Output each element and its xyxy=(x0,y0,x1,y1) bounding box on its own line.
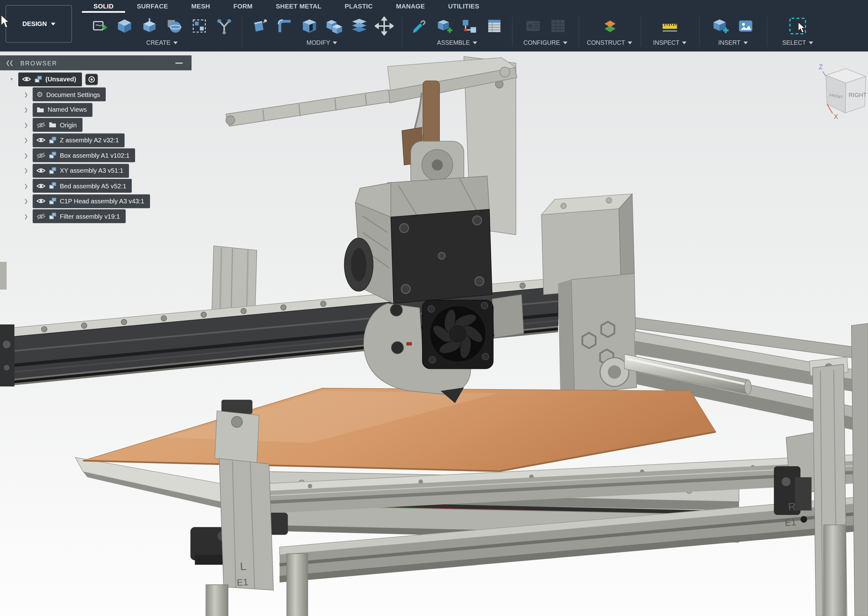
part-label-left-2: E1 xyxy=(237,577,248,588)
tab-mesh[interactable]: MESH xyxy=(179,0,222,13)
visibility-eye-icon[interactable] xyxy=(37,213,46,220)
move-icon[interactable] xyxy=(374,15,395,36)
browser-item-z-assembly[interactable]: ❯ Z assembly A2 v32:1 xyxy=(0,134,191,147)
press-pull-icon[interactable] xyxy=(249,15,270,36)
canvas-icon[interactable] xyxy=(735,15,756,36)
record-history-button[interactable] xyxy=(85,74,98,85)
sweep-icon[interactable] xyxy=(213,15,235,36)
browser-item-root[interactable]: ▾ (Unsaved) xyxy=(0,72,191,86)
group-modify: MODIFY xyxy=(242,13,402,52)
group-construct: CONSTRUCT xyxy=(578,13,640,52)
tab-manage[interactable]: MANAGE xyxy=(385,0,437,13)
browser-item-label: XY assembly A3 v51:1 xyxy=(60,167,123,174)
browser-item-label: Box assembly A1 v102:1 xyxy=(60,152,129,159)
select-icon[interactable] xyxy=(787,15,808,36)
browser-item-xy-assembly[interactable]: ❯ XY assembly A3 v51:1 xyxy=(0,164,191,178)
revolve-icon[interactable] xyxy=(164,15,185,36)
group-label-select[interactable]: SELECT xyxy=(782,39,813,46)
link-edit-icon[interactable] xyxy=(409,15,430,36)
browser-item-bed-assembly[interactable]: ❯ Bed assembly A5 v52:1 xyxy=(0,179,191,193)
group-label-modify[interactable]: MODIFY xyxy=(306,39,337,46)
part-label-right: R xyxy=(788,501,796,513)
tab-solid[interactable]: SOLID xyxy=(82,0,125,13)
fillet-icon[interactable] xyxy=(274,15,295,36)
expand-arrow-icon[interactable]: ❯ xyxy=(23,152,29,158)
chevron-down-icon xyxy=(173,41,178,44)
group-label-inspect[interactable]: INSPECT xyxy=(653,39,687,46)
cooling-fan[interactable] xyxy=(422,300,493,369)
tab-form[interactable]: FORM xyxy=(222,0,264,13)
browser-item-filter-assembly[interactable]: ❯ Filter assembly v19:1 xyxy=(0,210,191,223)
expand-arrow-icon[interactable]: ❯ xyxy=(23,92,29,97)
visibility-eye-icon[interactable] xyxy=(37,167,46,174)
component-icon xyxy=(49,197,57,206)
browser-title: BROWSER xyxy=(20,60,57,66)
pattern-icon[interactable] xyxy=(188,15,210,36)
browser-item-document-settings[interactable]: ❯ ⚙ Document Settings xyxy=(0,88,191,101)
box-icon[interactable] xyxy=(114,15,135,36)
minimize-icon[interactable] xyxy=(176,62,183,63)
collapse-panel-icon[interactable]: ❮❮ xyxy=(6,60,13,66)
tab-sheet-metal[interactable]: SHEET METAL xyxy=(264,0,333,13)
view-cube[interactable]: Z FRONT RIGHT X xyxy=(817,62,868,124)
new-component-icon[interactable] xyxy=(434,15,455,36)
create-sketch-icon[interactable] xyxy=(89,15,110,36)
expand-arrow-icon[interactable]: ❯ xyxy=(23,214,29,219)
folder-icon xyxy=(49,121,57,129)
browser-item-head-assembly[interactable]: ❯ C1P Head assembly A3 v43:1 xyxy=(0,194,191,208)
group-label-construct[interactable]: CONSTRUCT xyxy=(587,39,632,46)
shell-icon[interactable] xyxy=(299,15,320,36)
split-icon[interactable] xyxy=(349,15,370,36)
construction-plane-icon[interactable] xyxy=(599,15,620,36)
chevron-down-icon xyxy=(563,41,567,44)
tab-plastic[interactable]: PLASTIC xyxy=(333,0,385,13)
group-insert: INSERT xyxy=(699,13,767,52)
joint-icon[interactable] xyxy=(459,15,480,36)
expand-arrow-icon[interactable]: ▾ xyxy=(9,77,14,82)
component-icon xyxy=(49,167,57,175)
group-label-assemble[interactable]: ASSEMBLE xyxy=(437,39,477,46)
insert-icon[interactable] xyxy=(710,15,731,36)
tab-utilities[interactable]: UTILITIES xyxy=(437,0,491,13)
expand-arrow-icon[interactable]: ❯ xyxy=(23,137,29,143)
component-icon xyxy=(49,151,57,160)
visibility-eye-icon[interactable] xyxy=(22,76,31,83)
group-label-create[interactable]: CREATE xyxy=(146,39,178,46)
visibility-eye-icon[interactable] xyxy=(37,198,46,204)
measure-icon[interactable] xyxy=(659,15,680,36)
component-icon xyxy=(49,182,57,190)
workspace-switcher[interactable]: DESIGN xyxy=(6,5,72,42)
browser-item-named-views[interactable]: ❯ Named Views xyxy=(0,103,191,116)
visibility-eye-icon[interactable] xyxy=(37,137,46,144)
expand-arrow-icon[interactable]: ❯ xyxy=(23,198,29,204)
browser-item-label: Z assembly A2 v32:1 xyxy=(60,137,119,144)
group-label-configure[interactable]: CONFIGURE xyxy=(523,39,567,46)
folder-icon xyxy=(37,106,44,113)
configuration-icon[interactable] xyxy=(523,15,543,36)
group-configure: CONFIGURE xyxy=(512,13,578,52)
chevron-down-icon xyxy=(743,41,747,44)
tab-surface[interactable]: SURFACE xyxy=(125,0,179,13)
main-toolbar: DESIGN SOLID SURFACE MESH FORM SHEET MET… xyxy=(0,0,868,52)
group-assemble: ASSEMBLE xyxy=(402,13,512,52)
bom-icon[interactable] xyxy=(484,15,505,36)
browser-item-label: C1P Head assembly A3 v43:1 xyxy=(60,198,144,204)
heated-bed[interactable] xyxy=(83,388,716,471)
browser-item-origin[interactable]: ❯ Origin xyxy=(0,118,191,132)
extrude-icon[interactable] xyxy=(139,15,160,36)
configuration-table-icon[interactable] xyxy=(547,15,568,36)
browser-item-box-assembly[interactable]: ❯ Box assembly A1 v102:1 xyxy=(0,149,191,162)
component-icon xyxy=(49,136,57,145)
expand-arrow-icon[interactable]: ❯ xyxy=(23,183,29,189)
part-label-right-2: E1 xyxy=(785,517,797,528)
visibility-eye-icon[interactable] xyxy=(37,152,46,159)
group-label-insert[interactable]: INSERT xyxy=(718,39,747,46)
chevron-down-icon xyxy=(472,41,477,44)
visibility-eye-icon[interactable] xyxy=(37,122,46,128)
visibility-eye-icon[interactable] xyxy=(37,183,46,189)
expand-arrow-icon[interactable]: ❯ xyxy=(23,107,29,113)
combine-icon[interactable] xyxy=(324,15,345,36)
expand-arrow-icon[interactable]: ❯ xyxy=(23,168,29,174)
chevron-down-icon xyxy=(51,22,55,25)
expand-arrow-icon[interactable]: ❯ xyxy=(23,122,29,128)
